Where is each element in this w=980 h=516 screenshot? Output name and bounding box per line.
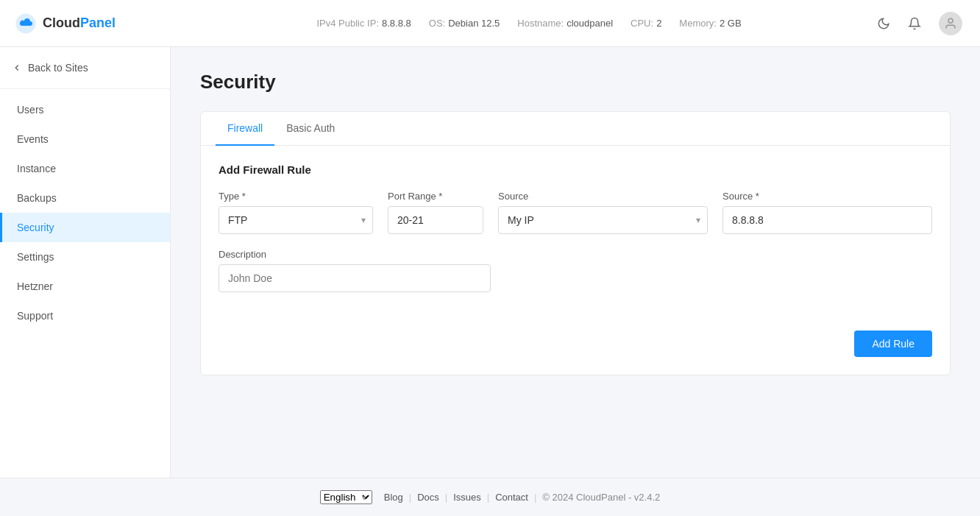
source-ip-label: Source * <box>722 191 932 202</box>
source-ip-input[interactable] <box>722 206 932 234</box>
description-label: Description <box>219 249 491 260</box>
sidebar-item-support[interactable]: Support <box>0 301 170 331</box>
language-selector-wrapper: English German French Spanish <box>320 490 372 504</box>
sidebar-item-label: Security <box>17 222 54 233</box>
cpu-info: CPU: 2 <box>631 18 661 29</box>
logo: CloudPanel <box>15 13 184 35</box>
bell-icon <box>908 17 921 30</box>
main-content: Security Firewall Basic Auth Add Firewal… <box>171 47 980 478</box>
type-select[interactable]: FTP SSH HTTP HTTPS Custom <box>219 206 373 234</box>
form-actions: Add Rule <box>201 325 950 375</box>
logo-icon <box>15 13 37 35</box>
source-select-wrapper: My IP Custom 0.0.0.0/0 <box>498 206 708 234</box>
form-section-title: Add Firewall Rule <box>219 163 932 176</box>
footer-links: Blog | Docs | Issues | Contact | © 2024 … <box>384 492 661 503</box>
source-ip-field-group: Source * <box>722 191 932 234</box>
tab-firewall[interactable]: Firewall <box>216 112 274 146</box>
memory-info: Memory: 2 GB <box>679 18 741 29</box>
sidebar-item-settings[interactable]: Settings <box>0 242 170 272</box>
source-label: Source <box>498 191 708 202</box>
copyright-text: © 2024 CloudPanel - v2.4.2 <box>542 492 660 503</box>
sidebar-item-hetzner[interactable]: Hetzner <box>0 272 170 301</box>
add-firewall-rule-section: Add Firewall Rule Type * FTP SSH HTTP HT… <box>201 146 950 325</box>
source-select[interactable]: My IP Custom 0.0.0.0/0 <box>498 206 708 234</box>
sidebar-item-backups[interactable]: Backups <box>0 183 170 213</box>
back-to-sites-link[interactable]: Back to Sites <box>0 47 170 89</box>
sidebar-item-label: Support <box>17 310 53 322</box>
type-label: Type * <box>219 191 373 202</box>
avatar <box>939 12 962 35</box>
footer: English German French Spanish Blog | Doc… <box>0 478 980 516</box>
main-layout: Back to Sites Users Events Instance Back… <box>0 47 980 478</box>
sidebar-nav: Users Events Instance Backups Security S… <box>0 89 170 336</box>
tabs: Firewall Basic Auth <box>201 112 950 146</box>
user-icon <box>944 17 957 30</box>
description-field-group: Description <box>219 249 491 292</box>
add-rule-button[interactable]: Add Rule <box>854 331 932 357</box>
dark-mode-button[interactable] <box>874 14 893 33</box>
server-info: IPv4 Public IP: 8.8.8.8 OS: Debian 12.5 … <box>184 18 874 29</box>
sidebar: Back to Sites Users Events Instance Back… <box>0 47 171 478</box>
issues-link[interactable]: Issues <box>453 492 481 503</box>
ipv4-info: IPv4 Public IP: 8.8.8.8 <box>316 18 411 29</box>
moon-icon <box>877 17 890 30</box>
back-to-sites-label: Back to Sites <box>28 62 88 74</box>
page-title: Security <box>200 71 951 93</box>
topbar: CloudPanel IPv4 Public IP: 8.8.8.8 OS: D… <box>0 0 980 47</box>
blog-link[interactable]: Blog <box>384 492 403 503</box>
type-select-wrapper: FTP SSH HTTP HTTPS Custom <box>219 206 373 234</box>
form-row-1: Type * FTP SSH HTTP HTTPS Custom <box>219 191 932 234</box>
docs-link[interactable]: Docs <box>417 492 439 503</box>
language-select[interactable]: English German French Spanish <box>320 490 372 504</box>
security-card: Firewall Basic Auth Add Firewall Rule Ty… <box>200 111 951 375</box>
description-input[interactable] <box>219 264 491 292</box>
form-row-2: Description <box>219 249 932 292</box>
port-range-label: Port Range * <box>388 191 483 202</box>
back-arrow-icon <box>12 63 22 73</box>
sidebar-item-label: Settings <box>17 251 54 263</box>
topbar-actions <box>874 9 965 38</box>
logo-text: CloudPanel <box>43 15 116 31</box>
source-field-group: Source My IP Custom 0.0.0.0/0 <box>498 191 708 234</box>
user-menu-button[interactable] <box>936 9 965 38</box>
port-range-input[interactable] <box>388 206 483 234</box>
sidebar-item-events[interactable]: Events <box>0 124 170 154</box>
sidebar-item-users[interactable]: Users <box>0 95 170 124</box>
sidebar-item-security[interactable]: Security <box>0 213 170 242</box>
sidebar-item-label: Backups <box>17 192 57 204</box>
sidebar-item-label: Instance <box>17 163 56 174</box>
tab-basic-auth[interactable]: Basic Auth <box>274 112 347 146</box>
port-range-field-group: Port Range * <box>388 191 483 234</box>
svg-point-1 <box>948 18 953 23</box>
notifications-button[interactable] <box>905 14 924 33</box>
sidebar-item-label: Hetzner <box>17 280 53 292</box>
sidebar-item-instance[interactable]: Instance <box>0 154 170 183</box>
os-info: OS: Debian 12.5 <box>429 18 500 29</box>
sidebar-item-label: Users <box>17 104 44 116</box>
contact-link[interactable]: Contact <box>495 492 528 503</box>
type-field-group: Type * FTP SSH HTTP HTTPS Custom <box>219 191 373 234</box>
sidebar-item-label: Events <box>17 133 49 145</box>
hostname-info: Hostname: cloudpanel <box>517 18 613 29</box>
